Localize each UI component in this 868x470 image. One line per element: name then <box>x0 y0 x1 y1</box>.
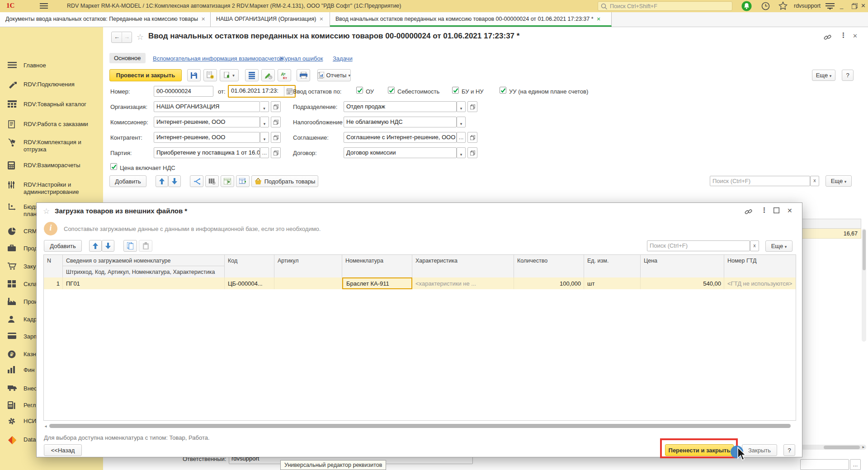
items-search-clear-icon[interactable]: x <box>810 176 819 186</box>
commissioner-combo[interactable]: Интернет-решение, ООО <box>154 117 260 127</box>
global-search[interactable] <box>598 1 732 11</box>
number-input[interactable]: 00-00000024 <box>154 86 213 97</box>
organization-open-icon[interactable] <box>271 101 281 112</box>
form-help-button[interactable]: ? <box>842 70 854 81</box>
paste-icon[interactable] <box>139 240 152 252</box>
history-icon[interactable] <box>761 2 770 10</box>
checkbox-bu-nu[interactable] <box>452 87 459 94</box>
save-icon[interactable] <box>187 69 201 81</box>
counterparty-dropdown-icon[interactable]: ▾ <box>260 132 269 143</box>
col-header-n[interactable]: N <box>44 255 63 277</box>
nav-tab-main[interactable]: Основное <box>109 53 146 63</box>
post-and-close-button[interactable]: Провести и закрыть <box>109 69 182 81</box>
share-icon[interactable] <box>190 175 203 187</box>
favorite-star-icon[interactable]: ☆ <box>137 32 144 42</box>
copy-icon[interactable] <box>123 240 137 252</box>
department-open-icon[interactable] <box>467 101 477 112</box>
main-menu-icon[interactable] <box>40 3 48 9</box>
commissioner-dropdown-icon[interactable]: ▾ <box>260 117 269 127</box>
get-link-icon[interactable] <box>824 33 831 41</box>
col-header-gtd[interactable]: Номер ГТД <box>724 255 796 277</box>
items-more-button[interactable]: Еще ▾ <box>826 175 852 187</box>
dialog-more-button[interactable]: Еще ▾ <box>765 240 793 252</box>
department-dropdown-icon[interactable]: ▾ <box>457 101 466 112</box>
nav-link-aux-info[interactable]: Вспомогательная информация взаиморасчето… <box>153 55 283 62</box>
comment-choose-icon[interactable]: ... <box>850 459 861 470</box>
move-up-icon[interactable] <box>156 175 168 187</box>
checkbox-ou-label[interactable]: ОУ <box>366 88 374 95</box>
close-window-button[interactable]: ✕ <box>861 2 866 9</box>
table-add-icon[interactable] <box>236 175 250 187</box>
forward-button[interactable]: → <box>124 33 130 40</box>
comment-input[interactable] <box>800 459 849 470</box>
dialog-help-button[interactable]: ? <box>783 444 795 456</box>
counterparty-combo[interactable]: Интернет-решение, ООО <box>154 132 260 143</box>
tab-documents-list[interactable]: Документы ввода начальных остатков: Пере… <box>0 12 211 27</box>
items-horizontal-scrollbar[interactable]: ► <box>800 445 866 450</box>
table-import-icon[interactable] <box>221 175 234 187</box>
commissioner-open-icon[interactable] <box>271 117 281 127</box>
cell-n[interactable]: 1 <box>44 277 63 289</box>
dialog-more-kebab-icon[interactable]: ⋮ <box>761 206 768 214</box>
date-input[interactable]: 01.06.2021 17:23: <box>229 86 284 97</box>
dialog-horizontal-scrollbar[interactable]: ◄ <box>44 423 796 429</box>
checkbox-cost[interactable] <box>388 87 395 94</box>
checkbox-price-incl-vat[interactable] <box>110 163 117 170</box>
tab-organization[interactable]: НАША ОРГАНИЗАЦИЯ (Организация)✕ <box>211 12 330 27</box>
dialog-move-down-icon[interactable] <box>102 240 114 252</box>
more-kebab-icon[interactable]: ⋮ <box>840 31 847 39</box>
batch-open-icon[interactable] <box>271 147 281 158</box>
move-down-icon[interactable] <box>168 175 181 187</box>
organization-dropdown-icon[interactable]: ▾ <box>260 101 269 112</box>
cell-code[interactable]: ЦБ-000004... <box>225 277 274 289</box>
dialog-move-up-icon[interactable] <box>89 240 102 252</box>
col-subheader-info[interactable]: Штрихкод, Код, Артикул, Номенклатура, Ха… <box>63 266 225 277</box>
cell-price[interactable]: 540,00 <box>641 277 724 289</box>
cell-nomenclature-focused[interactable]: Браслет КА-911 <box>342 277 412 289</box>
col-header-article[interactable]: Артикул <box>274 255 342 277</box>
checkbox-bu-nu-label[interactable]: БУ и НУ <box>462 88 484 95</box>
back-button[interactable]: ← <box>114 33 120 40</box>
items-search-input[interactable]: Поиск (Ctrl+F) <box>710 176 810 186</box>
organization-combo[interactable]: НАША ОРГАНИЗАЦИЯ <box>154 101 260 112</box>
barcode-scanner-icon[interactable] <box>205 175 219 187</box>
dialog-table-row[interactable]: 1 ПГ01 ЦБ-000004... Браслет КА-911 <хара… <box>44 277 796 289</box>
dialog-maximize-icon[interactable] <box>774 207 779 213</box>
col-header-characteristic[interactable]: Характеристика <box>412 255 514 277</box>
agreement-input[interactable]: Соглашение с Интернет-решение, ООО <box>344 132 457 143</box>
nav-link-tasks[interactable]: Задачи <box>333 55 353 62</box>
col-header-info[interactable]: Сведения о загружаемой номенклатуре <box>63 255 225 266</box>
agreement-choose-icon[interactable]: ... <box>457 132 466 143</box>
notifications-icon[interactable] <box>741 1 752 11</box>
tab-close-icon[interactable]: ✕ <box>201 16 205 22</box>
price-incl-vat-label[interactable]: Цена включает НДС <box>120 164 175 171</box>
document-movements-icon[interactable] <box>245 69 259 81</box>
contract-open-icon[interactable] <box>467 147 477 158</box>
print-icon[interactable] <box>297 69 310 81</box>
reports-button[interactable]: Отчеты▾ <box>317 69 351 81</box>
cell-quantity[interactable]: 100,000 <box>514 277 584 289</box>
department-combo[interactable]: Отдел продаж <box>344 101 457 112</box>
items-vertical-scrollbar[interactable] <box>862 229 866 342</box>
vat-select[interactable]: Не облагаемую НДС <box>344 117 457 127</box>
dialog-search-input[interactable]: Поиск (Ctrl+F) <box>647 240 750 251</box>
tab-active-document[interactable]: Ввод начальных остатков переданных на ко… <box>330 12 612 27</box>
cell-unit[interactable]: шт <box>584 277 641 289</box>
contract-combo[interactable]: Договор комиссии <box>344 147 457 158</box>
create-based-on-icon[interactable]: ▾ <box>220 69 239 81</box>
cell-characteristic[interactable]: <характеристики не ... <box>412 277 514 289</box>
cell-article[interactable] <box>274 277 342 289</box>
counterparty-open-icon[interactable] <box>271 132 281 143</box>
batch-input[interactable]: Приобретение у поставщика 1 от 16.01.2 <box>154 147 260 158</box>
checkbox-uu-label[interactable]: УУ (на едином плане счетов) <box>509 88 588 95</box>
dialog-favorite-star-icon[interactable]: ☆ <box>43 207 50 216</box>
checkbox-cost-label[interactable]: Себестоимость <box>397 88 439 95</box>
nav-link-error-log[interactable]: Журнал ошибок <box>279 55 323 62</box>
debit-credit-icon[interactable]: ДтКт <box>278 69 291 81</box>
contract-dropdown-icon[interactable]: ▾ <box>457 147 466 158</box>
cell-gtd[interactable]: <ГТД не используются> <box>724 277 796 289</box>
checkbox-ou[interactable] <box>356 87 363 94</box>
service-menu-icon[interactable] <box>826 3 835 10</box>
current-user[interactable]: rdvsupport <box>794 3 821 9</box>
dialog-back-button[interactable]: <<Назад <box>44 444 82 456</box>
